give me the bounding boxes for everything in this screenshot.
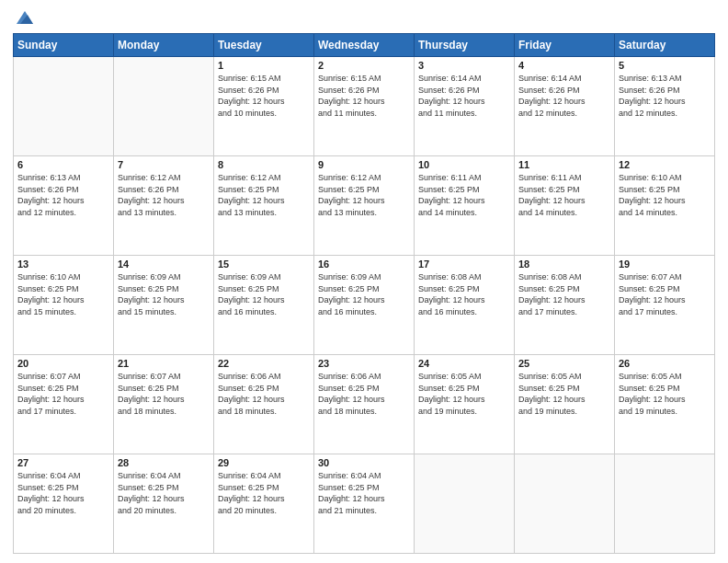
week-row-3: 13Sunrise: 6:10 AM Sunset: 6:25 PM Dayli…	[14, 256, 715, 355]
calendar-cell: 14Sunrise: 6:09 AM Sunset: 6:25 PM Dayli…	[114, 256, 214, 355]
day-of-week-tuesday: Tuesday	[214, 34, 314, 57]
day-number: 16	[318, 259, 410, 270]
calendar-cell: 7Sunrise: 6:12 AM Sunset: 6:26 PM Daylig…	[114, 156, 214, 256]
day-info: Sunrise: 6:10 AM Sunset: 6:25 PM Dayligh…	[17, 271, 109, 317]
calendar-body: 1Sunrise: 6:15 AM Sunset: 6:26 PM Daylig…	[14, 57, 715, 554]
day-info: Sunrise: 6:09 AM Sunset: 6:25 PM Dayligh…	[118, 271, 210, 317]
day-info: Sunrise: 6:14 AM Sunset: 6:26 PM Dayligh…	[418, 73, 510, 119]
calendar-header: SundayMondayTuesdayWednesdayThursdayFrid…	[14, 34, 715, 57]
day-number: 7	[118, 159, 210, 170]
logo-icon	[15, 7, 35, 28]
calendar-cell: 30Sunrise: 6:04 AM Sunset: 6:25 PM Dayli…	[314, 454, 415, 554]
day-number: 9	[318, 159, 410, 170]
day-number: 19	[619, 259, 711, 270]
calendar-cell: 11Sunrise: 6:11 AM Sunset: 6:25 PM Dayli…	[515, 156, 615, 256]
week-row-5: 27Sunrise: 6:04 AM Sunset: 6:25 PM Dayli…	[14, 454, 715, 554]
day-info: Sunrise: 6:13 AM Sunset: 6:26 PM Dayligh…	[619, 73, 711, 119]
calendar-cell: 29Sunrise: 6:04 AM Sunset: 6:25 PM Dayli…	[214, 454, 314, 554]
day-number: 8	[218, 159, 310, 170]
day-number: 23	[318, 358, 410, 369]
calendar-cell: 13Sunrise: 6:10 AM Sunset: 6:25 PM Dayli…	[14, 256, 114, 355]
calendar-cell: 8Sunrise: 6:12 AM Sunset: 6:25 PM Daylig…	[214, 156, 314, 256]
day-of-week-sunday: Sunday	[14, 34, 114, 57]
calendar-cell: 15Sunrise: 6:09 AM Sunset: 6:25 PM Dayli…	[214, 256, 314, 355]
day-info: Sunrise: 6:04 AM Sunset: 6:25 PM Dayligh…	[17, 470, 109, 516]
logo	[13, 9, 35, 28]
day-number: 27	[17, 457, 109, 468]
page: SundayMondayTuesdayWednesdayThursdayFrid…	[0, 0, 728, 563]
day-info: Sunrise: 6:13 AM Sunset: 6:26 PM Dayligh…	[17, 172, 109, 218]
day-info: Sunrise: 6:07 AM Sunset: 6:25 PM Dayligh…	[118, 371, 210, 417]
day-info: Sunrise: 6:07 AM Sunset: 6:25 PM Dayligh…	[17, 371, 109, 417]
calendar-cell	[14, 57, 114, 156]
day-info: Sunrise: 6:04 AM Sunset: 6:25 PM Dayligh…	[318, 470, 410, 516]
calendar-cell: 20Sunrise: 6:07 AM Sunset: 6:25 PM Dayli…	[14, 355, 114, 454]
day-info: Sunrise: 6:04 AM Sunset: 6:25 PM Dayligh…	[218, 470, 310, 516]
calendar-cell: 10Sunrise: 6:11 AM Sunset: 6:25 PM Dayli…	[415, 156, 515, 256]
calendar-cell	[515, 454, 615, 554]
day-of-week-thursday: Thursday	[415, 34, 515, 57]
day-number: 11	[518, 159, 610, 170]
calendar-cell: 22Sunrise: 6:06 AM Sunset: 6:25 PM Dayli…	[214, 355, 314, 454]
day-info: Sunrise: 6:06 AM Sunset: 6:25 PM Dayligh…	[218, 371, 310, 417]
day-number: 5	[619, 60, 711, 71]
day-info: Sunrise: 6:05 AM Sunset: 6:25 PM Dayligh…	[518, 371, 610, 417]
day-info: Sunrise: 6:06 AM Sunset: 6:25 PM Dayligh…	[318, 371, 410, 417]
day-info: Sunrise: 6:07 AM Sunset: 6:25 PM Dayligh…	[619, 271, 711, 317]
day-number: 3	[418, 60, 510, 71]
day-number: 30	[318, 457, 410, 468]
day-info: Sunrise: 6:15 AM Sunset: 6:26 PM Dayligh…	[218, 73, 310, 119]
day-number: 21	[118, 358, 210, 369]
calendar-cell: 1Sunrise: 6:15 AM Sunset: 6:26 PM Daylig…	[214, 57, 314, 156]
day-number: 28	[118, 457, 210, 468]
header	[13, 9, 715, 28]
day-number: 4	[518, 60, 610, 71]
day-of-week-friday: Friday	[515, 34, 615, 57]
day-number: 22	[218, 358, 310, 369]
calendar-cell: 28Sunrise: 6:04 AM Sunset: 6:25 PM Dayli…	[114, 454, 214, 554]
day-info: Sunrise: 6:11 AM Sunset: 6:25 PM Dayligh…	[418, 172, 510, 218]
day-info: Sunrise: 6:08 AM Sunset: 6:25 PM Dayligh…	[418, 271, 510, 317]
day-number: 24	[418, 358, 510, 369]
day-info: Sunrise: 6:05 AM Sunset: 6:25 PM Dayligh…	[418, 371, 510, 417]
day-info: Sunrise: 6:10 AM Sunset: 6:25 PM Dayligh…	[619, 172, 711, 218]
day-number: 1	[218, 60, 310, 71]
day-info: Sunrise: 6:09 AM Sunset: 6:25 PM Dayligh…	[218, 271, 310, 317]
day-info: Sunrise: 6:15 AM Sunset: 6:26 PM Dayligh…	[318, 73, 410, 119]
week-row-2: 6Sunrise: 6:13 AM Sunset: 6:26 PM Daylig…	[14, 156, 715, 256]
calendar-cell: 26Sunrise: 6:05 AM Sunset: 6:25 PM Dayli…	[615, 355, 715, 454]
calendar-cell: 21Sunrise: 6:07 AM Sunset: 6:25 PM Dayli…	[114, 355, 214, 454]
week-row-4: 20Sunrise: 6:07 AM Sunset: 6:25 PM Dayli…	[14, 355, 715, 454]
day-number: 29	[218, 457, 310, 468]
calendar-cell: 3Sunrise: 6:14 AM Sunset: 6:26 PM Daylig…	[415, 57, 515, 156]
calendar-cell: 27Sunrise: 6:04 AM Sunset: 6:25 PM Dayli…	[14, 454, 114, 554]
day-number: 17	[418, 259, 510, 270]
day-info: Sunrise: 6:12 AM Sunset: 6:25 PM Dayligh…	[318, 172, 410, 218]
day-of-week-saturday: Saturday	[615, 34, 715, 57]
day-info: Sunrise: 6:12 AM Sunset: 6:25 PM Dayligh…	[218, 172, 310, 218]
day-number: 6	[17, 159, 109, 170]
day-number: 26	[619, 358, 711, 369]
day-number: 15	[218, 259, 310, 270]
day-info: Sunrise: 6:11 AM Sunset: 6:25 PM Dayligh…	[518, 172, 610, 218]
calendar-cell	[615, 454, 715, 554]
day-info: Sunrise: 6:09 AM Sunset: 6:25 PM Dayligh…	[318, 271, 410, 317]
calendar-cell: 19Sunrise: 6:07 AM Sunset: 6:25 PM Dayli…	[615, 256, 715, 355]
calendar-cell: 9Sunrise: 6:12 AM Sunset: 6:25 PM Daylig…	[314, 156, 415, 256]
day-info: Sunrise: 6:08 AM Sunset: 6:25 PM Dayligh…	[518, 271, 610, 317]
calendar-cell: 17Sunrise: 6:08 AM Sunset: 6:25 PM Dayli…	[415, 256, 515, 355]
day-number: 20	[17, 358, 109, 369]
calendar-cell: 18Sunrise: 6:08 AM Sunset: 6:25 PM Dayli…	[515, 256, 615, 355]
day-info: Sunrise: 6:14 AM Sunset: 6:26 PM Dayligh…	[518, 73, 610, 119]
day-number: 18	[518, 259, 610, 270]
day-number: 12	[619, 159, 711, 170]
day-of-week-monday: Monday	[114, 34, 214, 57]
calendar-table: SundayMondayTuesdayWednesdayThursdayFrid…	[13, 33, 715, 554]
calendar-cell: 4Sunrise: 6:14 AM Sunset: 6:26 PM Daylig…	[515, 57, 615, 156]
calendar-cell: 25Sunrise: 6:05 AM Sunset: 6:25 PM Dayli…	[515, 355, 615, 454]
day-number: 2	[318, 60, 410, 71]
calendar-cell	[114, 57, 214, 156]
calendar-cell: 6Sunrise: 6:13 AM Sunset: 6:26 PM Daylig…	[14, 156, 114, 256]
calendar-cell	[415, 454, 515, 554]
day-info: Sunrise: 6:04 AM Sunset: 6:25 PM Dayligh…	[118, 470, 210, 516]
